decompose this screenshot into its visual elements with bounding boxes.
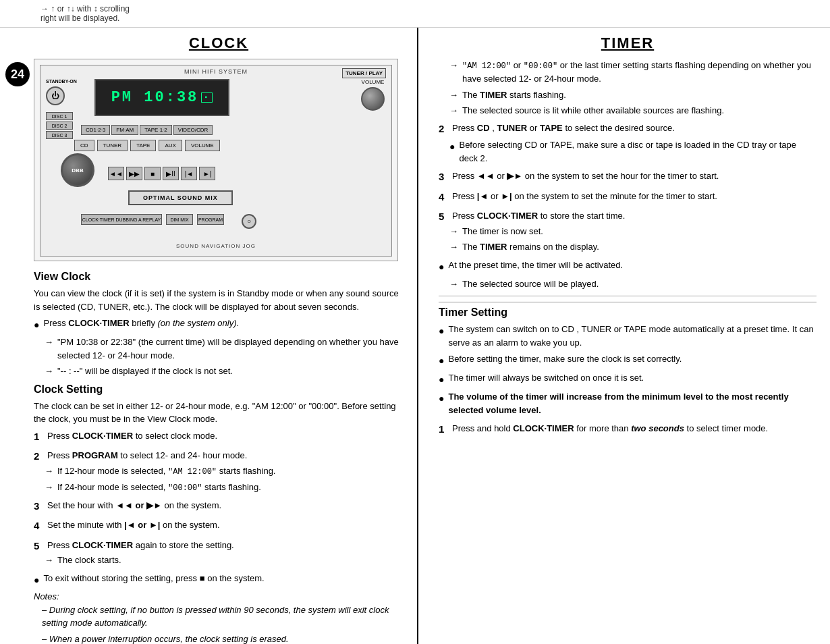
dbb-knob[interactable]: DBB — [61, 153, 94, 187]
timer-final-arrow: → The selected source will be played. — [439, 277, 817, 291]
disc3-button[interactable]: DISC 3 — [46, 131, 73, 139]
volume-knob[interactable] — [361, 87, 385, 111]
timer-arrow3: → The selected source is lit while other… — [439, 104, 817, 117]
clock-step-5: 5 Press CLOCK·TIMER again to store the s… — [34, 539, 404, 567]
clock-step-1: 1 Press CLOCK·TIMER to select clock mode… — [34, 429, 404, 445]
ctrl-volume[interactable]: VOLUME — [185, 140, 220, 151]
step-content: Press |◄ or ►| on the system to set the … — [452, 190, 817, 203]
bottom-buttons-row: CLOCK·TIMER DUBBING A REPLAY DIM MIX PRO… — [81, 214, 256, 229]
device-illustration: MINI HIFI SYSTEM TUNER / PLAY STANDBY·ON… — [34, 59, 398, 261]
clock-setting-title: Clock Setting — [34, 383, 404, 396]
top-strip: → ↑ or ↑↓ with ↕ scrolling right will be… — [0, 0, 830, 28]
clock-timer-dubbing-button[interactable]: CLOCK·TIMER DUBBING A REPLAY — [81, 214, 162, 225]
timer-arrow2: → The TIMER starts flashing. — [439, 88, 817, 102]
top-line2: right will be displayed. — [40, 14, 790, 23]
step-num: 2 — [34, 449, 47, 464]
step2-arrow2: → If 24-hour mode is selected, "00:00" s… — [34, 481, 404, 494]
step-num: 5 — [34, 539, 47, 554]
timer-step-3: 3 Press ◄◄ or ▶► on the system to set th… — [439, 169, 817, 185]
clock-step-4: 4 Set the minute with |◄ or ►| on the sy… — [34, 518, 404, 534]
source-tape[interactable]: TAPE 1·2 — [140, 125, 172, 135]
step-num: 3 — [34, 499, 47, 514]
timer-setting-title: Timer Setting — [439, 302, 817, 319]
timer-title: TIMER — [439, 34, 817, 52]
step-content: Press CLOCK·TIMER to store the start tim… — [452, 209, 817, 223]
source-cd123[interactable]: CD1·2·3 — [81, 125, 110, 135]
step-num: 2 — [439, 122, 452, 137]
arrow-symbol: → — [45, 365, 53, 378]
disc-buttons: DISC 1 DISC 2 DISC 3 — [46, 112, 77, 139]
view-clock-arrow1-text: "PM 10:38 or 22:38" (the current time) w… — [57, 336, 404, 362]
exit-bullet: ● To exit without storing the setting, p… — [34, 572, 404, 587]
clock-setting-intro: The clock can be set in either 12- or 24… — [34, 400, 404, 426]
ctrl-aux[interactable]: AUX — [159, 140, 182, 151]
view-clock-section: View Clock You can view the clock (if it… — [34, 271, 404, 378]
headphone-jack: ○ — [242, 214, 256, 229]
dbb-label: DBB — [72, 167, 83, 173]
source-fm-am[interactable]: FM·AM — [111, 125, 138, 135]
ctrl-tape[interactable]: TAPE — [130, 140, 156, 151]
rewind-button[interactable]: ◄◄ — [108, 167, 124, 180]
stop-button[interactable]: ■ — [144, 167, 161, 180]
arrow-symbol: → — [45, 336, 53, 349]
fast-forward-button[interactable]: ▶▶ — [126, 167, 142, 180]
section-divider — [439, 296, 817, 296]
note1: During clock setting, if no button is pr… — [34, 603, 404, 630]
bullet-dot: ● — [34, 573, 39, 587]
step-content: Press CLOCK·TIMER to select clock mode. — [47, 429, 404, 443]
step-content: Set the hour with ◄◄ or ▶► on the system… — [47, 499, 404, 512]
next-track-button[interactable]: ►| — [199, 167, 215, 180]
timer-section: TIMER → "AM 12:00" or "00:00" or the las… — [418, 28, 830, 644]
timer-setting-bullet1: ● The system can switch on to CD , TUNER… — [439, 323, 817, 349]
prev-track-button[interactable]: |◄ — [181, 167, 197, 180]
disc1-button[interactable]: DISC 1 — [46, 112, 73, 120]
device-inner: MINI HIFI SYSTEM TUNER / PLAY STANDBY·ON… — [40, 65, 392, 257]
standby-area: STANDBY·ON ⏻ DISC 1 DISC 2 DISC 3 — [46, 79, 77, 139]
timer-step2-bullet: ● Before selecting CD or TAPE, make sure… — [439, 138, 817, 165]
notes-label: Notes: — [34, 591, 404, 601]
step2-arrow1: → If 12-hour mode is selected, "AM 12:00… — [34, 464, 404, 478]
volume-label: VOLUME — [361, 79, 385, 85]
source-video[interactable]: VIDEO/CDR — [173, 125, 213, 135]
view-clock-body: You can view the clock (if it is set) if… — [34, 287, 404, 313]
clock-step-3: 3 Set the hour with ◄◄ or ▶► on the syst… — [34, 499, 404, 514]
view-clock-arrow2-text: "-- : --" will be displayed if the clock… — [57, 365, 233, 378]
step-num: 5 — [439, 209, 452, 225]
view-clock-bullet1-text: Press CLOCK·TIMER briefly (on the system… — [43, 317, 239, 330]
play-pause-button[interactable]: ▶II — [163, 167, 179, 180]
view-clock-bullet1: ● Press CLOCK·TIMER briefly (on the syst… — [34, 317, 404, 332]
step5-arrow1: → The clock starts. — [34, 554, 404, 567]
standby-power-button[interactable]: ⏻ — [46, 86, 65, 105]
step-num: 4 — [439, 190, 452, 205]
page-number-badge: 24 — [5, 62, 30, 86]
exit-bullet-text: To exit without storing the setting, pre… — [43, 572, 264, 585]
timer-step5-arrow2: → The TIMER remains on the display. — [439, 240, 817, 254]
nav-label: SOUND NAVIGATION JOG — [176, 243, 256, 249]
device-brand-label: MINI HIFI SYSTEM — [184, 68, 248, 75]
ctrl-cd[interactable]: CD — [74, 140, 94, 151]
step-content: Press ◄◄ or ▶► on the system to set the … — [452, 169, 817, 183]
timer-step-2: 2 Press CD , TUNER or TAPE to select the… — [439, 122, 817, 165]
optimal-sound-mix-label: OPTIMAL SOUND MIX — [128, 190, 233, 205]
step-content: Press PROGRAM to select 12- and 24- hour… — [47, 449, 404, 462]
volume-knob-area: VOLUME — [361, 79, 385, 111]
disc2-button[interactable]: DISC 2 — [46, 122, 73, 130]
control-buttons-row: CD TUNER TAPE AUX VOLUME — [74, 140, 220, 151]
step-num: 1 — [439, 422, 452, 437]
program-button[interactable]: PROGRAM — [197, 214, 224, 225]
step-content: Press and hold CLOCK·TIMER for more than… — [452, 422, 817, 435]
timer-setting-bullet3: ● The timer will always be switched on o… — [439, 371, 817, 387]
timer-arrow1: → "AM 12:00" or "00:00" or the last time… — [439, 59, 817, 86]
transport-controls-row: ◄◄ ▶▶ ■ ▶II |◄ ►| — [108, 167, 215, 180]
dim-mix-button[interactable]: DIM MIX — [166, 214, 193, 225]
step-content: Press CD , TUNER or TAPE to select the d… — [452, 122, 817, 135]
clock-step-2: 2 Press PROGRAM to select 12- and 24- ho… — [34, 449, 404, 494]
timer-setting-bullet4: ● The volume of the timer will increase … — [439, 390, 817, 417]
ctrl-tuner[interactable]: TUNER — [97, 140, 128, 151]
dbb-knob-area: DBB — [61, 153, 94, 187]
step-num: 3 — [439, 169, 452, 185]
device-top-right-label: TUNER / PLAY — [342, 68, 386, 78]
timer-step5-arrow1: → The timer is now set. — [439, 225, 817, 238]
note2: When a power interruption occurs, the cl… — [34, 633, 404, 645]
clock-title: CLOCK — [34, 34, 404, 52]
